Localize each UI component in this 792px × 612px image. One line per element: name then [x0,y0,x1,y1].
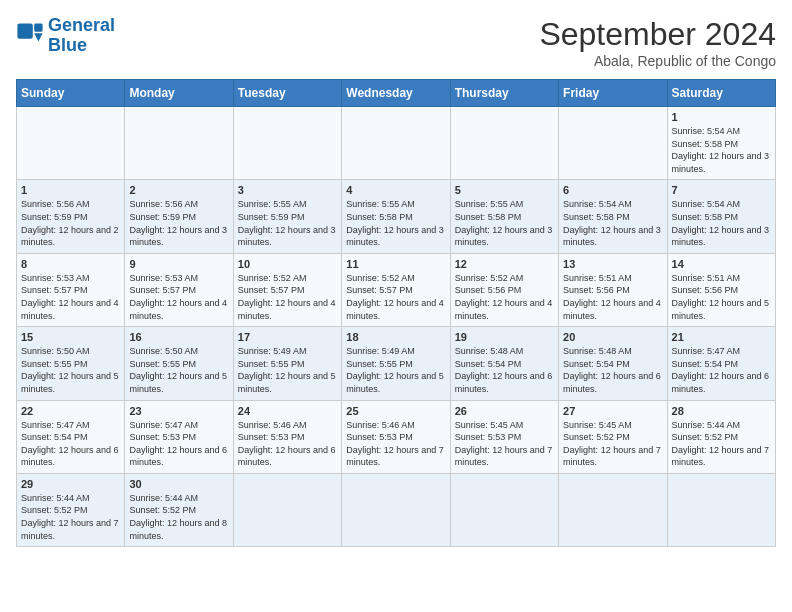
day-number: 23 [129,405,228,417]
day-cell: 8 Sunrise: 5:53 AM Sunset: 5:57 PM Dayli… [17,253,125,326]
header-cell-saturday: Saturday [667,80,775,107]
calendar-table: SundayMondayTuesdayWednesdayThursdayFrid… [16,79,776,547]
calendar-header: SundayMondayTuesdayWednesdayThursdayFrid… [17,80,776,107]
day-cell: 14 Sunrise: 5:51 AM Sunset: 5:56 PM Dayl… [667,253,775,326]
day-info: Sunrise: 5:56 AM Sunset: 5:59 PM Dayligh… [129,198,228,248]
day-info: Sunrise: 5:55 AM Sunset: 5:58 PM Dayligh… [346,198,445,248]
day-info: Sunrise: 5:47 AM Sunset: 5:54 PM Dayligh… [21,419,120,469]
logo-line1: General [48,15,115,35]
day-number: 21 [672,331,771,343]
day-cell [450,473,558,546]
logo-text: General Blue [48,16,115,56]
day-cell: 12 Sunrise: 5:52 AM Sunset: 5:56 PM Dayl… [450,253,558,326]
day-number: 10 [238,258,337,270]
day-info: Sunrise: 5:50 AM Sunset: 5:55 PM Dayligh… [129,345,228,395]
svg-marker-3 [34,33,42,41]
title-block: September 2024 Abala, Republic of the Co… [539,16,776,69]
day-info: Sunrise: 5:55 AM Sunset: 5:58 PM Dayligh… [455,198,554,248]
day-cell [667,473,775,546]
day-number: 9 [129,258,228,270]
day-number: 29 [21,478,120,490]
day-number: 19 [455,331,554,343]
day-number: 4 [346,184,445,196]
day-info: Sunrise: 5:51 AM Sunset: 5:56 PM Dayligh… [563,272,662,322]
day-cell [342,107,450,180]
day-cell: 10 Sunrise: 5:52 AM Sunset: 5:57 PM Dayl… [233,253,341,326]
day-cell [559,107,667,180]
day-cell [125,107,233,180]
week-row-2: 1 Sunrise: 5:56 AM Sunset: 5:59 PM Dayli… [17,180,776,253]
day-number: 17 [238,331,337,343]
day-info: Sunrise: 5:47 AM Sunset: 5:53 PM Dayligh… [129,419,228,469]
location-title: Abala, Republic of the Congo [539,53,776,69]
day-number: 25 [346,405,445,417]
day-number: 24 [238,405,337,417]
day-info: Sunrise: 5:48 AM Sunset: 5:54 PM Dayligh… [455,345,554,395]
day-number: 2 [129,184,228,196]
day-cell [559,473,667,546]
day-cell: 26 Sunrise: 5:45 AM Sunset: 5:53 PM Dayl… [450,400,558,473]
day-cell: 6 Sunrise: 5:54 AM Sunset: 5:58 PM Dayli… [559,180,667,253]
day-number: 1 [21,184,120,196]
day-info: Sunrise: 5:52 AM Sunset: 5:56 PM Dayligh… [455,272,554,322]
day-info: Sunrise: 5:56 AM Sunset: 5:59 PM Dayligh… [21,198,120,248]
day-number: 12 [455,258,554,270]
header-row: SundayMondayTuesdayWednesdayThursdayFrid… [17,80,776,107]
header-cell-tuesday: Tuesday [233,80,341,107]
day-number: 13 [563,258,662,270]
day-info: Sunrise: 5:47 AM Sunset: 5:54 PM Dayligh… [672,345,771,395]
logo-line2: Blue [48,35,87,55]
day-number: 28 [672,405,771,417]
day-info: Sunrise: 5:52 AM Sunset: 5:57 PM Dayligh… [346,272,445,322]
header-cell-thursday: Thursday [450,80,558,107]
svg-rect-1 [17,23,32,38]
day-cell: 17 Sunrise: 5:49 AM Sunset: 5:55 PM Dayl… [233,327,341,400]
day-number: 18 [346,331,445,343]
day-info: Sunrise: 5:53 AM Sunset: 5:57 PM Dayligh… [129,272,228,322]
day-cell: 1 Sunrise: 5:54 AM Sunset: 5:58 PM Dayli… [667,107,775,180]
day-info: Sunrise: 5:44 AM Sunset: 5:52 PM Dayligh… [129,492,228,542]
day-number: 1 [672,111,771,123]
day-cell: 11 Sunrise: 5:52 AM Sunset: 5:57 PM Dayl… [342,253,450,326]
day-cell [233,473,341,546]
day-info: Sunrise: 5:44 AM Sunset: 5:52 PM Dayligh… [21,492,120,542]
logo-icon [16,22,44,50]
day-info: Sunrise: 5:54 AM Sunset: 5:58 PM Dayligh… [672,198,771,248]
day-cell: 3 Sunrise: 5:55 AM Sunset: 5:59 PM Dayli… [233,180,341,253]
day-cell: 29 Sunrise: 5:44 AM Sunset: 5:52 PM Dayl… [17,473,125,546]
day-cell: 30 Sunrise: 5:44 AM Sunset: 5:52 PM Dayl… [125,473,233,546]
day-info: Sunrise: 5:46 AM Sunset: 5:53 PM Dayligh… [346,419,445,469]
day-cell: 20 Sunrise: 5:48 AM Sunset: 5:54 PM Dayl… [559,327,667,400]
day-cell: 9 Sunrise: 5:53 AM Sunset: 5:57 PM Dayli… [125,253,233,326]
day-info: Sunrise: 5:52 AM Sunset: 5:57 PM Dayligh… [238,272,337,322]
day-info: Sunrise: 5:54 AM Sunset: 5:58 PM Dayligh… [563,198,662,248]
month-title: September 2024 [539,16,776,53]
day-info: Sunrise: 5:45 AM Sunset: 5:53 PM Dayligh… [455,419,554,469]
header-cell-wednesday: Wednesday [342,80,450,107]
day-cell: 25 Sunrise: 5:46 AM Sunset: 5:53 PM Dayl… [342,400,450,473]
day-info: Sunrise: 5:51 AM Sunset: 5:56 PM Dayligh… [672,272,771,322]
day-cell: 21 Sunrise: 5:47 AM Sunset: 5:54 PM Dayl… [667,327,775,400]
logo: General Blue [16,16,115,56]
header-cell-sunday: Sunday [17,80,125,107]
day-info: Sunrise: 5:49 AM Sunset: 5:55 PM Dayligh… [238,345,337,395]
day-cell: 7 Sunrise: 5:54 AM Sunset: 5:58 PM Dayli… [667,180,775,253]
day-info: Sunrise: 5:44 AM Sunset: 5:52 PM Dayligh… [672,419,771,469]
calendar-body: 1 Sunrise: 5:54 AM Sunset: 5:58 PM Dayli… [17,107,776,547]
day-info: Sunrise: 5:48 AM Sunset: 5:54 PM Dayligh… [563,345,662,395]
day-cell: 5 Sunrise: 5:55 AM Sunset: 5:58 PM Dayli… [450,180,558,253]
day-cell: 15 Sunrise: 5:50 AM Sunset: 5:55 PM Dayl… [17,327,125,400]
day-cell: 2 Sunrise: 5:56 AM Sunset: 5:59 PM Dayli… [125,180,233,253]
day-info: Sunrise: 5:46 AM Sunset: 5:53 PM Dayligh… [238,419,337,469]
day-number: 5 [455,184,554,196]
week-row-3: 8 Sunrise: 5:53 AM Sunset: 5:57 PM Dayli… [17,253,776,326]
day-cell [17,107,125,180]
day-cell: 16 Sunrise: 5:50 AM Sunset: 5:55 PM Dayl… [125,327,233,400]
day-number: 22 [21,405,120,417]
day-number: 8 [21,258,120,270]
day-number: 7 [672,184,771,196]
day-cell: 4 Sunrise: 5:55 AM Sunset: 5:58 PM Dayli… [342,180,450,253]
day-cell [233,107,341,180]
svg-rect-2 [34,23,42,31]
day-cell [342,473,450,546]
